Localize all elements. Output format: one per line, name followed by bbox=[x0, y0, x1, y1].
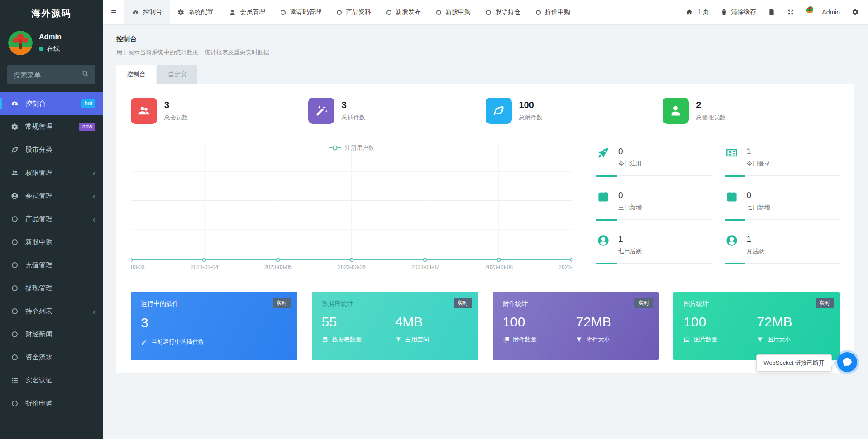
sidebar-item-dashboard[interactable]: 控制台 hot bbox=[0, 92, 103, 115]
tab-label: 控制台 bbox=[143, 8, 162, 16]
sidebar: 海外源码 Admin 在线 控制台 hot bbox=[0, 0, 103, 439]
tab-label: 新股发布 bbox=[396, 8, 421, 16]
topbar-tab-product-info[interactable]: 产品资料 bbox=[329, 0, 379, 24]
sidebar-item-label: 常规管理 bbox=[25, 123, 52, 131]
gear-icon bbox=[177, 9, 184, 16]
topbar-user-name: Admin bbox=[822, 9, 840, 16]
menu-toggle-icon[interactable]: ≡ bbox=[103, 0, 124, 24]
stat-value: 1 bbox=[618, 234, 642, 244]
sidebar-item-ipo-subscription[interactable]: 新股申购 bbox=[0, 231, 103, 254]
chat-button[interactable] bbox=[837, 352, 857, 372]
calendar-plus-icon bbox=[725, 190, 739, 203]
app-window: 海外源码 Admin 在线 控制台 hot bbox=[0, 0, 868, 439]
tab-custom[interactable]: 自定义 bbox=[157, 65, 197, 84]
settings-gears-icon[interactable] bbox=[852, 9, 859, 16]
home-button[interactable]: 主页 bbox=[686, 8, 709, 16]
card-image-stats: 图片统计 实时 100 图片数量 72MB 图片大小 bbox=[673, 292, 840, 360]
stat-seven-day-new: 0七日新增 bbox=[725, 190, 840, 234]
quick-stats-grid: 0今日注册 1今日登录 0三日新增 bbox=[593, 142, 840, 278]
topbar-tab-invite-codes[interactable]: 邀请码管理 bbox=[273, 0, 329, 24]
topbar-tab-dashboard[interactable]: 控制台 bbox=[124, 0, 170, 24]
sidebar-item-real-name-auth[interactable]: 实名认证 bbox=[0, 369, 103, 392]
sidebar-item-products[interactable]: 产品管理 ‹ bbox=[0, 208, 103, 231]
tab-label: 折价申购 bbox=[545, 8, 570, 16]
sidebar-item-label: 新股申购 bbox=[25, 238, 52, 246]
circle-icon bbox=[486, 10, 491, 15]
tab-label: 产品资料 bbox=[346, 8, 371, 16]
card-stat-label: 附件大小 bbox=[586, 335, 610, 344]
chevron-left-icon: ‹ bbox=[93, 215, 95, 223]
x-axis-tick-label: 2023-03-06 bbox=[338, 264, 365, 270]
stat-underline bbox=[596, 263, 712, 264]
topbar-tab-members[interactable]: 会员管理 bbox=[221, 0, 273, 24]
stat-label: 七日新增 bbox=[747, 203, 770, 212]
card-stat-label: 数据表数量 bbox=[332, 335, 362, 344]
menu-search-input[interactable] bbox=[14, 71, 77, 79]
sidebar-item-permissions[interactable]: 权限管理 ‹ bbox=[0, 161, 103, 184]
legend-marker-icon bbox=[329, 147, 341, 148]
chart-data-point bbox=[202, 258, 206, 262]
tachometer-icon bbox=[132, 9, 139, 16]
card-stat-label: 占用空间 bbox=[405, 335, 429, 344]
document-icon[interactable] bbox=[768, 9, 775, 16]
sidebar-search bbox=[7, 65, 95, 84]
tile-total-members: 3总会员数 bbox=[131, 98, 308, 124]
stat-value: 0 bbox=[618, 190, 642, 200]
sidebar-item-general[interactable]: 常规管理 new bbox=[0, 115, 103, 138]
topbar-tab-system-config[interactable]: 系统配置 bbox=[170, 0, 221, 24]
sidebar-item-members[interactable]: 会员管理 ‹ bbox=[0, 184, 103, 208]
card-value: 100 bbox=[503, 314, 576, 330]
summary-tiles: 3总会员数 3总插件数 100总附件数 2总管理员数 bbox=[131, 98, 840, 124]
chart-plot bbox=[131, 142, 572, 260]
chart-data-point bbox=[496, 258, 501, 262]
card-stat: 100 附件数量 bbox=[503, 314, 576, 344]
realtime-badge: 实时 bbox=[273, 298, 291, 308]
th-list-icon bbox=[9, 377, 20, 384]
circle-icon bbox=[436, 10, 441, 15]
magic-icon bbox=[141, 339, 148, 345]
user-circle-icon bbox=[725, 234, 739, 247]
card-caption-label: 当前运行中的插件数 bbox=[151, 338, 204, 346]
leaf-icon bbox=[486, 98, 512, 124]
circle-icon bbox=[9, 308, 20, 314]
cogs-icon bbox=[9, 123, 20, 131]
chart-legend[interactable]: 注册用户数 bbox=[329, 144, 374, 152]
fullscreen-icon[interactable] bbox=[787, 9, 794, 16]
user-avatar[interactable] bbox=[8, 31, 33, 55]
page-header: 控制台 用于展示当前系统中的统计数据、统计报表及重要实时数据 bbox=[116, 25, 854, 57]
sidebar-item-finance-news[interactable]: 财经新闻 bbox=[0, 323, 103, 346]
card-title: 运行中的插件 bbox=[141, 300, 287, 308]
page-title: 控制台 bbox=[116, 35, 854, 43]
sidebar-item-label: 会员管理 bbox=[25, 192, 52, 200]
sidebar-item-recharge[interactable]: 充值管理 bbox=[0, 254, 103, 277]
topbar-tab-discount-subscription[interactable]: 折价申购 bbox=[528, 0, 578, 24]
websocket-tooltip: WebSocket 链接已断开 bbox=[756, 354, 832, 372]
new-badge: new bbox=[79, 123, 95, 132]
topbar-tab-ipo-release[interactable]: 新股发布 bbox=[379, 0, 429, 24]
card-stat: 55 数据表数量 bbox=[322, 314, 395, 344]
sidebar-item-label: 权限管理 bbox=[25, 169, 52, 177]
stat-label: 今日登录 bbox=[747, 160, 770, 168]
topbar-tab-stock-positions[interactable]: 股票持仓 bbox=[478, 0, 528, 24]
chart-data-point bbox=[276, 258, 280, 262]
registered-users-chart: 注册用户数 2023-03-032023-03-042023-03-052023… bbox=[131, 142, 572, 278]
card-attachment-stats: 附件统计 实时 100 附件数量 72MB 附件大小 bbox=[493, 292, 659, 360]
search-icon[interactable] bbox=[82, 70, 89, 79]
realtime-badge: 实时 bbox=[634, 298, 653, 308]
stat-label: 今日注册 bbox=[618, 160, 642, 168]
clear-cache-button[interactable]: 清除缓存 bbox=[720, 8, 756, 16]
sidebar-item-label: 股市分类 bbox=[25, 146, 52, 154]
sidebar-item-stock-category[interactable]: 股市分类 bbox=[0, 138, 103, 161]
circle-icon bbox=[9, 331, 20, 337]
sidebar-item-discount-subscription[interactable]: 折价申购 bbox=[0, 392, 103, 415]
tab-label: 系统配置 bbox=[188, 8, 214, 16]
sidebar-item-withdraw[interactable]: 提现管理 bbox=[0, 277, 103, 300]
sidebar-item-positions[interactable]: 持仓列表 ‹ bbox=[0, 300, 103, 323]
topbar-user[interactable]: Admin bbox=[806, 6, 840, 19]
chat-bubble-icon bbox=[841, 356, 853, 368]
tile-total-plugins: 3总插件数 bbox=[308, 98, 486, 124]
tab-dashboard[interactable]: 控制台 bbox=[116, 65, 156, 84]
stat-underline bbox=[725, 263, 840, 264]
topbar-tab-ipo-subscription[interactable]: 新股申购 bbox=[429, 0, 478, 24]
sidebar-item-fund-flow[interactable]: 资金流水 bbox=[0, 346, 103, 369]
